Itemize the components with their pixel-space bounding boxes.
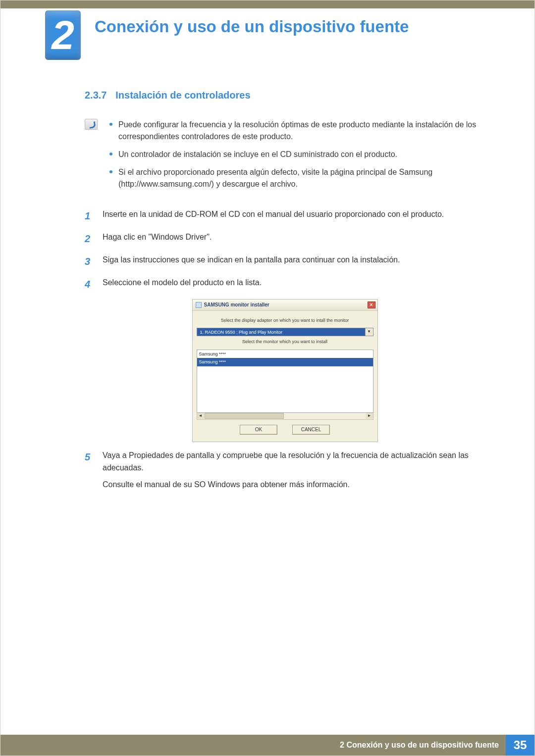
page-root: 2 Conexión y uso de un dispositivo fuent… xyxy=(0,0,535,756)
adapter-combobox[interactable]: 1. RADEON 9550 : Plug and Play Monitor ▼ xyxy=(197,328,374,336)
step-number: 1 xyxy=(85,208,94,224)
bullet-dot-icon xyxy=(109,152,112,155)
step-body: Vaya a Propiedades de pantalla y comprue… xyxy=(103,449,485,491)
bullet-text: Un controlador de instalación se incluye… xyxy=(118,149,397,160)
step-number: 3 xyxy=(85,253,94,269)
page-footer: 2 Conexión y uso de un dispositivo fuent… xyxy=(0,735,535,756)
chapter-tab: 2 xyxy=(45,10,81,60)
step: 3 Siga las instrucciones que se indican … xyxy=(85,253,485,269)
dialog-buttons: OK CANCEL xyxy=(197,420,374,437)
horizontal-scrollbar[interactable]: ◄ ► xyxy=(197,413,374,420)
step: 5 Vaya a Propiedades de pantalla y compr… xyxy=(85,449,485,491)
step-text: Inserte en la unidad de CD-ROM el CD con… xyxy=(103,208,485,221)
content-body: 2.3.7 Instalación de controladores Puede… xyxy=(85,90,485,498)
bullet-dot-icon xyxy=(109,170,112,173)
step-text: Haga clic en "Windows Driver". xyxy=(103,231,485,244)
bullet-item: Si el archivo proporcionado presenta alg… xyxy=(109,166,485,190)
section-title: Instalación de controladores xyxy=(115,90,250,101)
installer-body: Select the display adapter on which you … xyxy=(193,311,377,442)
section-number: 2.3.7 xyxy=(85,90,107,101)
note-icon xyxy=(85,119,98,130)
chapter-title: Conexión y uso de un dispositivo fuente xyxy=(95,17,409,36)
installer-dialog: SAMSUNG monitor installer × Select the d… xyxy=(192,299,378,442)
step-text: Siga las instrucciones que se indican en… xyxy=(103,253,485,266)
monitor-listbox[interactable]: Samsung **** Samsung **** xyxy=(197,350,374,413)
step-number: 4 xyxy=(85,276,94,292)
steps-list: 1 Inserte en la unidad de CD-ROM el CD c… xyxy=(85,208,485,491)
step: 1 Inserte en la unidad de CD-ROM el CD c… xyxy=(85,208,485,224)
close-button[interactable]: × xyxy=(368,302,375,308)
chevron-down-icon[interactable]: ▼ xyxy=(365,328,373,336)
bullet-text: Puede configurar la frecuencia y la reso… xyxy=(118,119,485,143)
installer-title-text: SAMSUNG monitor installer xyxy=(204,301,269,309)
section-heading: 2.3.7 Instalación de controladores xyxy=(85,90,485,101)
adapter-label: Select the display adapter on which you … xyxy=(197,317,374,324)
bullet-dot-icon xyxy=(109,123,112,126)
step: 4 Seleccione el modelo del producto en l… xyxy=(85,276,485,292)
adapter-value: 1. RADEON 9550 : Plug and Play Monitor xyxy=(200,329,283,336)
scroll-left-icon[interactable]: ◄ xyxy=(197,413,204,419)
step-number: 5 xyxy=(85,449,94,465)
scroll-right-icon[interactable]: ► xyxy=(366,413,373,419)
top-stripe xyxy=(0,0,535,8)
list-item[interactable]: Samsung **** xyxy=(197,350,373,358)
app-icon xyxy=(196,302,202,308)
page-number: 35 xyxy=(506,735,535,756)
bullet-item: Puede configurar la frecuencia y la reso… xyxy=(109,119,485,143)
scroll-track[interactable] xyxy=(205,413,366,419)
bullet-text: Si el archivo proporcionado presenta alg… xyxy=(118,166,485,190)
step-note: Consulte el manual de su SO Windows para… xyxy=(103,478,485,491)
installer-figure: SAMSUNG monitor installer × Select the d… xyxy=(85,299,485,442)
installer-titlebar: SAMSUNG monitor installer × xyxy=(193,300,377,311)
footer-text: 2 Conexión y uso de un dispositivo fuent… xyxy=(340,741,506,750)
list-item-selected[interactable]: Samsung **** xyxy=(197,358,373,366)
chapter-number: 2 xyxy=(52,15,74,55)
ok-button[interactable]: OK xyxy=(240,425,277,435)
info-block: Puede configurar la frecuencia y la reso… xyxy=(85,119,485,196)
installer-title-left: SAMSUNG monitor installer xyxy=(196,301,269,309)
scroll-thumb[interactable] xyxy=(205,413,284,419)
bullet-item: Un controlador de instalación se incluye… xyxy=(109,149,485,160)
monitor-label: Select the monitor which you want to ins… xyxy=(197,338,374,345)
cancel-button[interactable]: CANCEL xyxy=(292,425,330,435)
step: 2 Haga clic en "Windows Driver". xyxy=(85,231,485,247)
info-bullets: Puede configurar la frecuencia y la reso… xyxy=(109,119,485,196)
step-text: Vaya a Propiedades de pantalla y comprue… xyxy=(103,449,485,474)
step-number: 2 xyxy=(85,231,94,247)
step-text: Seleccione el modelo del producto en la … xyxy=(103,276,485,289)
